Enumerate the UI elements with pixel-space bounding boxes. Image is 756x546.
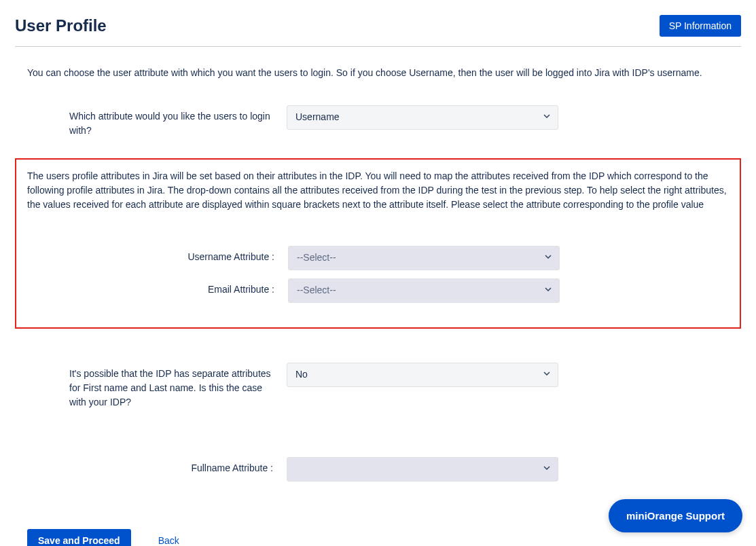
username-attribute-select[interactable]: --Select--	[288, 246, 560, 270]
miniorange-support-button[interactable]: miniOrange Support	[609, 499, 742, 532]
fullname-attribute-label: Fullname Attribute :	[69, 457, 287, 475]
highlight-text: The users profile attributes in Jira wil…	[27, 169, 729, 212]
intro-text: You can choose the user attribute with w…	[15, 67, 741, 78]
login-attribute-label: Which attribute would you like the users…	[69, 105, 287, 138]
username-attribute-label: Username Attribute :	[71, 246, 288, 264]
attribute-mapping-highlight: The users profile attributes in Jira wil…	[15, 158, 741, 329]
separate-names-label: It's possible that the IDP has separate …	[69, 363, 287, 410]
fullname-attribute-select[interactable]	[287, 457, 558, 481]
sp-information-button[interactable]: SP Information	[660, 15, 741, 37]
login-attribute-select[interactable]: Username	[287, 105, 558, 130]
back-link[interactable]: Back	[158, 535, 179, 546]
separate-names-select[interactable]: No	[287, 363, 558, 387]
email-attribute-select[interactable]: --Select--	[288, 278, 560, 303]
email-attribute-label: Email Attribute :	[71, 278, 288, 297]
page-title: User Profile	[15, 16, 107, 35]
save-and-proceed-button[interactable]: Save and Proceed	[27, 529, 131, 546]
